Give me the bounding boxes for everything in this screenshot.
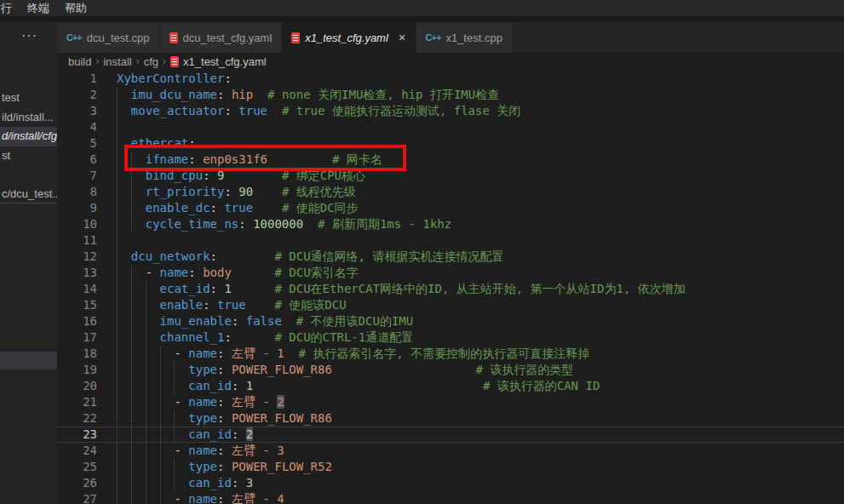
code-line[interactable]: 16 imu_enable: false # 不使用该DCU的IMU	[57, 313, 844, 329]
code-line[interactable]: 12 dcu_network: # DCU通信网络, 请根据实机连接情况配置	[57, 249, 844, 265]
line-number[interactable]: 18	[57, 346, 97, 362]
token	[117, 379, 188, 392]
tab-bar: C++dcu_test.cppdcu_test_cfg.yamlx1_test_…	[57, 22, 844, 53]
code-line[interactable]: 17 channel_1: # DCU的CTRL-1通道配置	[57, 329, 844, 346]
menu-item-帮助[interactable]: 帮助	[57, 0, 95, 16]
code-line[interactable]: 19 type: POWER_FLOW_R86 # 该执行器的类型	[57, 362, 844, 378]
code-line[interactable]: 22 type: POWER_FLOW_R86	[57, 410, 844, 427]
chevron-right-icon: ›	[136, 55, 140, 67]
line-number[interactable]: 6	[57, 152, 97, 168]
line-number[interactable]: 17	[57, 329, 97, 346]
line-number[interactable]: 27	[57, 491, 97, 504]
menu-item-行[interactable]: 行	[0, 0, 20, 16]
more-actions-ellipsis-icon[interactable]: ···	[21, 27, 47, 44]
tab-x1_test_cfg.yaml[interactable]: x1_test_cfg.yaml×	[282, 22, 416, 53]
tab-dcu_test.cpp[interactable]: C++dcu_test.cpp	[57, 22, 160, 53]
line-number[interactable]: 16	[57, 313, 97, 329]
token	[117, 298, 160, 312]
token: :	[224, 72, 231, 85]
code-line[interactable]: 18 - name: 左臂 - 1 # 执行器索引名字, 不需要控制的执行器可直…	[57, 346, 844, 362]
line-number[interactable]: 5	[57, 135, 97, 152]
line-number[interactable]: 19	[57, 362, 97, 378]
tab-label: x1_test.cpp	[445, 32, 502, 44]
tab-label: dcu_test.cpp	[87, 32, 150, 44]
line-number[interactable]: 2	[57, 87, 97, 103]
token	[117, 185, 146, 198]
sidebar-item[interactable]	[0, 165, 57, 185]
line-number[interactable]: 23	[57, 427, 97, 443]
menu-item-终端[interactable]: 终端	[20, 0, 57, 16]
sidebar-item[interactable]: test	[0, 89, 57, 108]
code-line[interactable]: 11	[57, 232, 844, 249]
line-number[interactable]: 9	[57, 200, 97, 216]
code-line[interactable]: 3 move_actuator: true # true 使能执行器运动测试, …	[57, 103, 844, 119]
line-number[interactable]: 4	[57, 119, 97, 135]
line-number[interactable]: 26	[57, 475, 97, 491]
code-lines: 1XyberController:2 imu_dcu_name: hip # n…	[57, 71, 844, 504]
sidebar-item[interactable]: d/install/cfg	[0, 127, 57, 146]
code-line[interactable]: 9 enable_dc: true # 使能DC同步	[57, 200, 844, 216]
sidebar-item[interactable]: st	[0, 146, 57, 166]
line-number[interactable]: 12	[57, 249, 97, 265]
sidebar-item[interactable]: ild/install...	[0, 108, 57, 128]
breadcrumb-segment[interactable]: cfg	[144, 55, 158, 68]
line-number[interactable]: 14	[57, 281, 97, 297]
line-number[interactable]: 15	[57, 297, 97, 313]
token: channel_1	[160, 330, 225, 344]
token: hip	[232, 88, 253, 101]
line-number[interactable]: 7	[57, 168, 97, 184]
line-number[interactable]: 1	[57, 71, 97, 87]
line-number[interactable]: 11	[57, 232, 97, 249]
breadcrumb-segment[interactable]: install	[103, 55, 131, 68]
comment-text: # 刷新周期1ms - 1khz	[318, 217, 451, 231]
token	[117, 363, 188, 376]
comment-text: # DCU索引名字	[274, 266, 358, 279]
tab-label: x1_test_cfg.yaml	[305, 32, 388, 44]
code-line[interactable]: 24 - name: 左臂 - 3	[57, 443, 844, 459]
code-line[interactable]: 15 enable: true # 使能该DCU	[57, 297, 844, 313]
code-line[interactable]: 10 cycle_time_ns: 1000000 # 刷新周期1ms - 1k…	[57, 216, 844, 232]
code-line[interactable]: 25 type: POWER_FLOW_R52	[57, 459, 844, 475]
code-line[interactable]: 1XyberController:	[57, 71, 844, 87]
token: -	[117, 266, 160, 279]
line-number[interactable]: 13	[57, 265, 97, 281]
code-line[interactable]: 23 can_id: 2	[57, 427, 844, 443]
breadcrumb-segment[interactable]: build	[68, 55, 91, 68]
code-line[interactable]: 27 - name: 左臂 - 4	[57, 491, 844, 504]
line-number[interactable]: 8	[57, 184, 97, 200]
line-number[interactable]: 22	[57, 410, 97, 427]
line-number[interactable]: 20	[57, 378, 97, 394]
token: :	[217, 492, 232, 504]
token	[217, 249, 274, 263]
line-number[interactable]: 24	[57, 443, 97, 459]
line-number[interactable]: 25	[57, 459, 97, 475]
sidebar-selected-row[interactable]	[0, 352, 57, 369]
line-number[interactable]: 21	[57, 394, 97, 410]
code-line[interactable]: 20 can_id: 1 # 该执行器的CAN ID	[57, 378, 844, 394]
editor-pane[interactable]: 1XyberController:2 imu_dcu_name: hip # n…	[57, 70, 844, 504]
line-number[interactable]: 10	[57, 216, 97, 232]
token	[253, 201, 282, 215]
indent-guide	[117, 232, 118, 249]
line-number[interactable]: 3	[57, 103, 97, 119]
token: imu_dcu_name	[131, 88, 217, 101]
code-line[interactable]: 2 imu_dcu_name: hip # none 关闭IMU检查, hip …	[57, 87, 844, 103]
code-line[interactable]: 8 rt_priority: 90 # 线程优先级	[57, 184, 844, 200]
comment-text: # DCU在EtherCAT网络中的ID, 从主站开始, 第一个从站ID为1, …	[274, 282, 685, 295]
code-line[interactable]: 26 can_id: 3	[57, 475, 844, 491]
token: :	[217, 88, 232, 101]
sidebar-item[interactable]: c/dcu_test...	[0, 185, 57, 204]
code-line[interactable]: 4	[57, 119, 844, 135]
code-line[interactable]: 21 - name: 左臂 - 2	[57, 394, 844, 410]
code-line[interactable]: 14 ecat_id: 1 # DCU在EtherCAT网络中的ID, 从主站开…	[57, 281, 844, 297]
breadcrumb-filename[interactable]: x1_test_cfg.yaml	[183, 55, 267, 68]
close-icon[interactable]: ×	[399, 32, 406, 43]
token: :	[217, 444, 232, 457]
tab-dcu_test_cfg.yaml[interactable]: dcu_test_cfg.yaml	[160, 22, 283, 53]
code-text: move_actuator: true # true 使能执行器运动测试, fl…	[117, 103, 520, 119]
code-line[interactable]: 13 - name: body # DCU索引名字	[57, 265, 844, 281]
token	[253, 88, 267, 101]
code-text: dcu_network: # DCU通信网络, 请根据实机连接情况配置	[117, 249, 503, 265]
tab-x1_test.cpp[interactable]: C++x1_test.cpp	[416, 22, 513, 53]
token: 1000000	[253, 217, 303, 231]
